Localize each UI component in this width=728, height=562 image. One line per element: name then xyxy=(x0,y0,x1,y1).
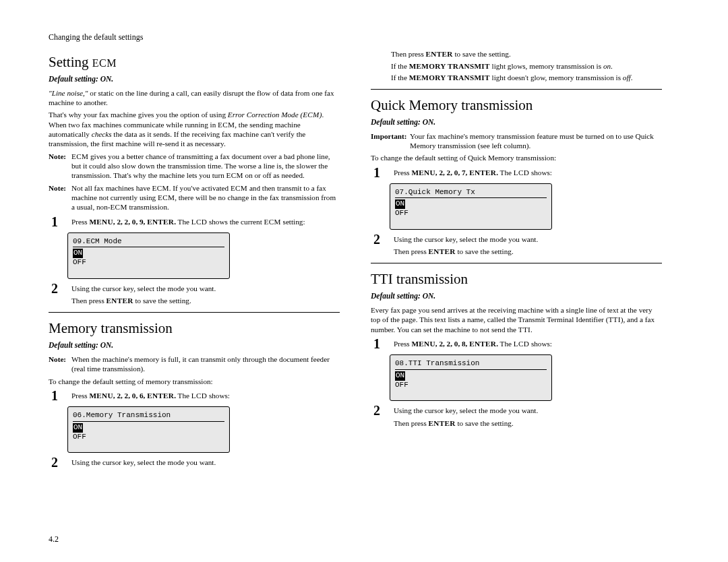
tti-step-2: 2 Using the cursor key, select the mode … xyxy=(373,404,662,428)
heading-tti: TTI transmission xyxy=(371,270,662,288)
page-number: 4.2 xyxy=(49,534,59,544)
heading-quick-memory: Quick Memory transmission xyxy=(371,96,662,115)
divider xyxy=(371,263,662,263)
heading-text: Setting xyxy=(49,54,92,70)
ecm-step-2: 2 Using the cursor key, select the mode … xyxy=(51,282,340,306)
ecm-note-1: Note: ECM gives you a better chance of t… xyxy=(49,152,340,181)
ecm-step-1: 1 Press MENU, 2, 2, 0, 9, ENTER. The LCD… xyxy=(51,215,340,228)
lcd-memtx: 06.Memory Transmission ON OFF xyxy=(67,406,230,453)
memtx-continuation: Then press ENTER to save the setting. If… xyxy=(371,49,662,82)
ecm-para-1: "Line noise," or static on the line duri… xyxy=(49,88,340,108)
tti-para: Every fax page you send arrives at the r… xyxy=(371,305,662,334)
columns: Setting ECM Default setting: ON. "Line n… xyxy=(49,46,688,472)
memtx-step-2: 2 Using the cursor key, select the mode … xyxy=(51,456,340,469)
divider xyxy=(371,89,662,90)
qm-intro: To change the default setting of Quick M… xyxy=(371,153,662,162)
heading-setting-ecm: Setting ECM xyxy=(49,53,340,71)
page: Changing the default settings Setting EC… xyxy=(0,0,728,492)
default-setting-qm: Default setting: ON. xyxy=(371,117,662,127)
lcd-qm: 07.Quick Memory Tx ON OFF xyxy=(390,183,552,230)
right-column: Then press ENTER to save the setting. If… xyxy=(371,46,662,472)
lcd-ecm: 09.ECM Mode ON OFF xyxy=(67,232,230,279)
default-setting-memtx: Default setting: ON. xyxy=(49,340,340,350)
lcd-tti: 08.TTI Transmission ON OFF xyxy=(390,354,552,401)
qm-step-1: 1 Press MENU, 2, 2, 0, 7, ENTER. The LCD… xyxy=(373,166,662,179)
qm-step-2: 2 Using the cursor key, select the mode … xyxy=(373,232,662,257)
default-setting-tti: Default setting: ON. xyxy=(371,291,662,301)
divider xyxy=(49,312,340,313)
left-column: Setting ECM Default setting: ON. "Line n… xyxy=(49,46,340,472)
tti-step-1: 1 Press MENU, 2, 2, 0, 8, ENTER. The LCD… xyxy=(373,337,662,350)
ecm-note-2: Note: Not all fax machines have ECM. If … xyxy=(49,183,340,212)
memtx-note: Note: When the machine's memory is full,… xyxy=(49,354,340,374)
memtx-intro: To change the default setting of memory … xyxy=(49,377,340,386)
ecm-para-2: That's why your fax machine gives you th… xyxy=(49,110,340,148)
heading-memory-tx: Memory transmission xyxy=(49,319,340,338)
qm-important: Important: Your fax machine's memory tra… xyxy=(371,131,662,151)
heading-smallcaps: ECM xyxy=(92,57,117,69)
default-setting-ecm: Default setting: ON. xyxy=(49,74,340,84)
running-head: Changing the default settings xyxy=(49,32,688,42)
memtx-step-1: 1 Press MENU, 2, 2, 0, 6, ENTER. The LCD… xyxy=(51,389,340,402)
